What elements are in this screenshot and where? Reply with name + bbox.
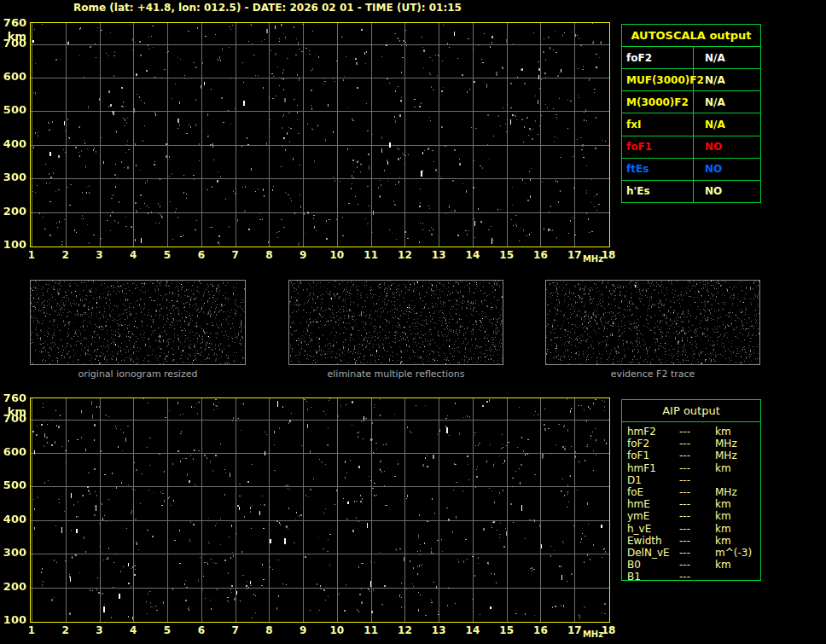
y-axis-tick-label: 200 [0,206,26,218]
x-axis-tick-label: 8 [259,250,278,261]
aip-parameter-name: foE [622,486,679,498]
x-axis-tick-label: 5 [158,250,177,261]
aip-parameter-unit: km [715,523,760,535]
aip-parameter-unit: MHz [715,450,760,461]
aip-parameter-name: B1 [622,571,679,583]
x-axis-tick-label: 7 [226,250,245,261]
x-axis-tick-label: 9 [294,250,312,261]
aip-parameter-unit: km [715,498,760,510]
aip-table-row: hmF2---km [622,426,760,438]
aip-table-row: hmE---km [622,498,760,510]
x-axis-tick-label: 11 [362,250,381,261]
x-axis-tick-label: 16 [531,625,550,636]
aip-parameter-name: foF1 [622,450,679,461]
x-axis-tick-label: 7 [226,625,245,636]
x-axis-tick-label: 6 [192,250,211,261]
x-axis-tick-label: 15 [497,625,516,636]
aip-table-body: hmF2---kmfoF2---MHzfoF1---MHzhmF1---kmD1… [622,422,760,583]
aip-table-row: B1--- [622,571,760,583]
panel-caption-eliminate: eliminate multiple reflections [288,368,503,380]
aip-parameter-value: --- [679,486,715,498]
parameter-value: NO [694,159,760,180]
autoscala-table-title: AUTOSCALA output [622,25,760,47]
aip-parameter-value: --- [679,426,715,438]
aip-parameter-unit [715,474,760,486]
aip-parameter-name: B0 [622,559,679,571]
y-axis-tick-label: 300 [0,547,26,559]
aip-output-table: AIP output hmF2---kmfoF2---MHzfoF1---MHz… [621,399,761,581]
x-axis-tick-label: 10 [328,250,346,261]
parameter-name: h'Es [622,181,694,202]
aip-parameter-value: --- [679,547,715,559]
y-axis-tick-label: 400 [0,138,26,150]
aip-parameter-value: --- [679,450,715,461]
y-axis-unit-label: km [0,406,26,418]
parameter-name: foF2 [622,47,694,68]
aip-parameter-unit: km [715,426,760,438]
aip-parameter-name: DelN_vE [622,547,679,559]
aip-parameter-name: ymE [622,510,679,522]
aip-parameter-unit: km [715,510,760,522]
aip-parameter-unit [715,571,760,583]
x-axis-tick-label: 3 [90,625,109,636]
parameter-name: M(3000)F2 [622,91,694,113]
aip-parameter-value: --- [679,559,715,571]
x-axis-tick-label: 10 [328,625,346,636]
x-axis-tick-label: 13 [429,250,448,261]
autoscala-table-row: foF1NO [622,136,760,159]
aip-parameter-unit: km [715,559,760,571]
x-axis-tick-label: 14 [463,625,482,636]
panel-canvas-original [31,281,245,364]
panel-eliminate-multiple-reflections [288,280,503,365]
aip-parameter-name: hmE [622,498,679,510]
ionogram-plot-top: 760700600500400300200100km12345678910111… [30,22,610,247]
aip-parameter-unit: MHz [715,486,760,498]
autoscala-table-row: h'EsNO [622,181,760,202]
x-axis-tick-label: 13 [429,625,448,636]
ionogram-canvas-top [31,23,609,247]
x-axis-tick-label: 4 [124,250,143,261]
aip-parameter-name: Ewidth [622,535,679,547]
aip-parameter-value: --- [679,438,715,450]
panel-caption-original: original ionogram resized [30,368,246,380]
app-title: Rome (lat: +41.8, lon: 012.5) - DATE: 20… [73,2,462,14]
panel-caption-evidence: evidence F2 trace [545,368,760,380]
aip-parameter-name: hmF1 [622,462,679,474]
y-axis-tick-label: 300 [0,171,26,183]
autoscala-table-body: foF2N/AMUF(3000)F2N/AM(3000)F2N/AfxIN/Af… [622,47,760,202]
aip-parameter-value: --- [679,474,715,486]
y-axis-tick-label: 500 [0,104,26,116]
aip-parameter-unit: m^(-3) [715,547,760,559]
x-axis-tick-label: 16 [531,250,550,261]
x-axis-tick-label: 9 [294,625,312,636]
x-axis-tick-label: 2 [56,625,75,636]
parameter-value: N/A [694,91,760,113]
parameter-name: foF1 [622,136,694,158]
y-axis-tick-label: 500 [0,479,26,491]
parameter-name: MUF(3000)F2 [622,69,694,90]
aip-parameter-unit: MHz [715,438,760,450]
parameter-value: NO [694,136,760,158]
aip-table-row: foF1---MHz [622,450,760,461]
aip-table-row: Ewidth---km [622,535,760,547]
parameter-value: N/A [694,47,760,68]
x-axis-tick-label: 1 [22,250,41,261]
autoscala-table-row: foF2N/A [622,47,760,69]
panel-original-ionogram-resized [30,280,246,365]
aip-parameter-unit: km [715,462,760,474]
x-axis-tick-label: 4 [124,625,143,636]
aip-parameter-value: --- [679,571,715,583]
aip-parameter-value: --- [679,523,715,535]
x-axis-tick-label: 15 [497,250,516,261]
panel-evidence-f2-trace [545,280,760,365]
y-axis-tick-label: 200 [0,581,26,593]
aip-table-row: hmF1---km [622,462,760,474]
y-axis-tick-label: 760 [0,392,26,404]
aip-table-row: foF2---MHz [622,438,760,450]
aip-parameter-value: --- [679,535,715,547]
autoscala-table-row: M(3000)F2N/A [622,91,760,113]
x-axis-tick-label: 1 [22,625,41,636]
ionogram-plot-bottom: 760700600500400300200100km12345678910111… [30,397,610,623]
ionogram-canvas-bottom [31,398,609,622]
x-axis-tick-label: 12 [395,250,414,261]
